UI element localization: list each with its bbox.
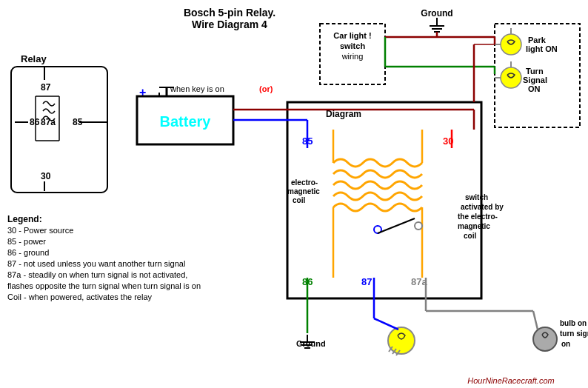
svg-rect-3 — [11, 67, 107, 193]
svg-text:Ground: Ground — [421, 8, 452, 19]
svg-text:Turn: Turn — [526, 67, 544, 76]
svg-text:87a: 87a — [411, 276, 427, 287]
svg-text:flashes opposite the turn sign: flashes opposite the turn signal when tu… — [7, 281, 201, 290]
svg-text:85: 85 — [73, 117, 83, 127]
svg-text:30: 30 — [443, 136, 453, 147]
svg-text:magnetic: magnetic — [458, 222, 490, 230]
svg-line-61 — [378, 218, 415, 233]
svg-text:when key is on: when key is on — [170, 84, 224, 93]
svg-text:Legend:: Legend: — [7, 214, 42, 224]
svg-text:Signal: Signal — [523, 76, 547, 84]
svg-point-40 — [501, 67, 521, 88]
svg-text:coil: coil — [293, 196, 305, 204]
svg-text:(or): (or) — [259, 84, 273, 93]
svg-text:Relay: Relay — [21, 53, 47, 64]
svg-text:switch: switch — [465, 193, 488, 201]
svg-text:Car light !: Car light ! — [333, 31, 371, 40]
svg-point-35 — [501, 34, 521, 55]
svg-text:86 - ground: 86 - ground — [7, 248, 49, 257]
svg-line-83 — [389, 347, 392, 352]
svg-text:activated by: activated by — [461, 203, 504, 211]
svg-text:87a - steadily on when turn si: 87a - steadily on when turn signal is no… — [7, 270, 187, 279]
svg-rect-20 — [137, 96, 233, 144]
svg-text:Coil - when powered, activates: Coil - when powered, activates the relay — [7, 292, 153, 301]
svg-text:switch: switch — [340, 41, 366, 50]
svg-point-60 — [374, 226, 381, 233]
svg-text:Diagram: Diagram — [326, 109, 361, 119]
svg-point-88 — [533, 327, 557, 351]
svg-text:magnetic: magnetic — [287, 187, 320, 195]
svg-rect-25 — [320, 24, 385, 84]
svg-text:electro-: electro- — [291, 178, 318, 187]
svg-text:ON: ON — [528, 84, 541, 93]
svg-text:Wire Diagram 4: Wire Diagram 4 — [192, 19, 267, 30]
svg-text:turn signal is: turn signal is — [560, 330, 588, 338]
svg-point-81 — [388, 327, 415, 354]
svg-text:light ON: light ON — [526, 44, 558, 53]
svg-text:87: 87 — [41, 82, 51, 93]
svg-text:85 - power: 85 - power — [7, 237, 46, 246]
svg-text:Ground: Ground — [296, 339, 326, 348]
svg-line-84 — [392, 349, 396, 354]
svg-text:+: + — [139, 86, 146, 98]
svg-text:85: 85 — [302, 136, 313, 147]
svg-point-62 — [415, 222, 422, 230]
wiring-diagram: Bosch 5-pin Relay. Wire Diagram 4 Relay … — [0, 0, 588, 388]
svg-line-89 — [533, 311, 538, 330]
svg-text:HourNineRacecraft.com: HourNineRacecraft.com — [467, 376, 554, 385]
svg-text:87a: 87a — [41, 117, 56, 127]
svg-text:Bosch 5-pin Relay.: Bosch 5-pin Relay. — [184, 7, 275, 19]
svg-text:bulb on until: bulb on until — [560, 319, 588, 327]
svg-text:coil: coil — [464, 232, 476, 240]
svg-line-85 — [396, 350, 400, 355]
svg-text:30: 30 — [41, 171, 51, 181]
svg-text:the electro-: the electro- — [458, 213, 498, 221]
svg-text:86: 86 — [302, 276, 313, 287]
svg-text:wiring: wiring — [341, 52, 364, 61]
svg-text:30 - Power source: 30 - Power source — [7, 226, 73, 235]
svg-rect-46 — [287, 102, 481, 298]
svg-line-82 — [374, 318, 398, 330]
svg-text:on: on — [561, 340, 570, 348]
svg-rect-34 — [495, 24, 580, 127]
svg-text:Battery: Battery — [160, 113, 212, 130]
svg-text:86: 86 — [30, 117, 40, 127]
svg-text:Park: Park — [528, 36, 547, 44]
svg-text:87: 87 — [361, 276, 372, 287]
diagram-container: Bosch 5-pin Relay. Wire Diagram 4 Relay … — [0, 0, 588, 388]
svg-text:87 - not used unless you want : 87 - not used unless you want another tu… — [7, 259, 185, 268]
